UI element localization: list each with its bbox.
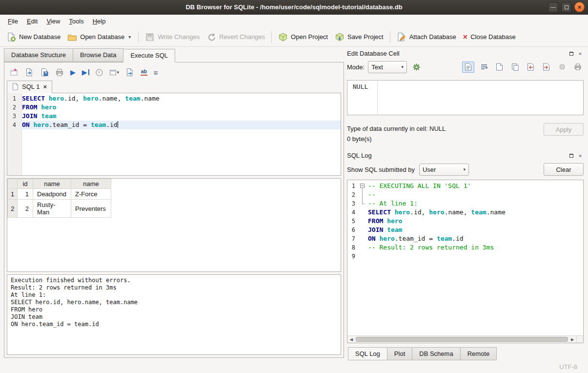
attach-database-button[interactable]: Attach Database (393, 30, 460, 44)
revert-changes-button[interactable]: Revert Changes (203, 30, 268, 44)
close-tab-icon[interactable]: × (43, 83, 47, 90)
results-grid: id name name 11DeadpondZ-Force22Rusty-Ma… (7, 178, 341, 272)
attach-database-icon (397, 32, 406, 42)
line-number: 4 (7, 121, 20, 129)
new-database-label: New Database (19, 33, 61, 41)
save-project-icon (335, 32, 345, 42)
sql-toolbar: ▶ ▶ × ▾ (7, 65, 341, 80)
sql-editor[interactable]: 1SELECT hero.id, hero.name, team.name2FR… (7, 93, 341, 176)
gear-button[interactable] (410, 62, 423, 73)
open-database-dropdown-icon[interactable]: ▾ (127, 34, 132, 40)
table-row: 22Rusty-ManPreventers (8, 200, 111, 218)
find-replace-button[interactable]: ab (141, 69, 147, 76)
column-header-id[interactable]: id (18, 179, 33, 189)
code-line: 3-- At line 1: (347, 199, 583, 208)
mode-select-value: Text (371, 63, 397, 71)
row-header[interactable]: 2 (8, 200, 18, 218)
export-cell-button[interactable] (540, 62, 552, 73)
clear-button[interactable]: Clear (544, 163, 584, 176)
fold-collapse-icon[interactable]: − (360, 184, 365, 188)
menu-file[interactable]: File (3, 16, 22, 27)
copy-cell-button[interactable] (509, 62, 521, 73)
scroll-right-icon[interactable]: ▶ (568, 336, 576, 343)
menu-edit[interactable]: Edit (22, 16, 42, 27)
code-line: 5FROM hero (347, 217, 583, 226)
sql-log-title: SQL Log (347, 152, 566, 159)
code-line: 2FROM hero (7, 103, 341, 112)
float-panel-icon[interactable] (568, 50, 575, 57)
close-panel-icon[interactable]: × (577, 152, 584, 159)
execute-line-button[interactable]: ▶ (82, 69, 89, 76)
dock-tab-remote[interactable]: Remote (460, 347, 497, 360)
cell-value-editor[interactable]: NULL (347, 80, 584, 115)
cell[interactable]: 2 (18, 200, 33, 218)
export-sql-button[interactable] (125, 68, 134, 77)
export-sql-icon (125, 68, 134, 77)
open-sql-file-button[interactable] (25, 68, 34, 77)
close-database-button[interactable]: × Close Database (460, 31, 519, 43)
revert-changes-icon (206, 32, 216, 42)
import-cell-button[interactable] (525, 62, 537, 73)
close-panel-icon[interactable]: × (577, 50, 584, 57)
float-panel-icon[interactable] (568, 152, 575, 159)
save-sql-file-icon (40, 68, 49, 77)
menu-view[interactable]: View (42, 16, 64, 27)
open-cell-file-button[interactable] (493, 62, 506, 73)
column-header-name2[interactable]: name (71, 179, 111, 189)
horizontal-scrollbar[interactable]: ◀ ▶ (347, 335, 583, 343)
text-view-icon (465, 63, 472, 71)
format-sql-button[interactable]: ≡ (154, 69, 158, 76)
fold-margin[interactable]: − (359, 182, 366, 190)
tab-execute-sql[interactable]: Execute SQL (123, 49, 175, 62)
print-icon (55, 68, 64, 77)
new-tab-button[interactable] (10, 68, 19, 77)
gear-icon (412, 63, 421, 71)
dock-tab-plot[interactable]: Plot (387, 347, 412, 360)
execute-all-button[interactable]: ▶ (70, 69, 76, 76)
tab-browse-data[interactable]: Browse Data (73, 48, 123, 62)
open-cell-file-icon (496, 63, 503, 71)
row-header[interactable]: 1 (8, 189, 18, 200)
menu-help[interactable]: Help (88, 16, 110, 27)
execution-message: Execution finished without errors. Resul… (7, 274, 341, 355)
minimize-button[interactable]: — (548, 2, 558, 12)
save-project-button[interactable]: Save Project (331, 30, 387, 44)
apply-button[interactable]: Apply (544, 123, 584, 136)
dock-tab-sql-log[interactable]: SQL Log (348, 347, 387, 360)
write-changes-button[interactable]: Write Changes (142, 30, 203, 44)
word-wrap-button[interactable] (478, 62, 490, 73)
write-changes-label: Write Changes (158, 33, 200, 41)
open-project-button[interactable]: Open Project (275, 30, 331, 44)
sql-file-tab[interactable]: SQL 1 × (7, 81, 52, 93)
set-null-button[interactable] (556, 62, 568, 73)
results-corner[interactable] (8, 179, 18, 189)
open-database-button[interactable]: Open Database ▾ (64, 30, 135, 44)
cell[interactable]: Preventers (71, 200, 111, 218)
cell[interactable]: Deadpond (33, 189, 71, 200)
close-button[interactable]: × (574, 2, 585, 12)
print-cell-button[interactable] (571, 62, 584, 73)
titlebar[interactable]: DB Browser for SQLite - /home/user/code/… (0, 0, 588, 15)
tab-database-structure[interactable]: Database Structure (4, 48, 73, 62)
save-sql-file-button[interactable] (40, 68, 49, 77)
new-database-button[interactable]: New Database (3, 30, 64, 44)
mode-select[interactable]: Text ▾ (368, 61, 407, 73)
maximize-button[interactable] (561, 2, 571, 12)
cell-type-info: Type of data currently in cell: NULL (347, 125, 446, 132)
cell[interactable]: Rusty-Man (33, 200, 71, 218)
cell-type-row: Type of data currently in cell: NULL App… (347, 123, 584, 134)
text-view-button[interactable] (462, 62, 474, 73)
sql-log-code[interactable]: 1−-- EXECUTING ALL IN 'SQL 1'2--3-- At l… (347, 180, 583, 335)
scrollbar-thumb[interactable] (356, 337, 568, 342)
scroll-left-icon[interactable]: ◀ (347, 336, 355, 343)
new-database-icon (6, 32, 16, 42)
dock-tab-db-schema[interactable]: DB Schema (412, 347, 460, 360)
column-header-name1[interactable]: name (33, 179, 71, 189)
stop-button[interactable]: × (96, 69, 103, 76)
cell[interactable]: 1 (18, 189, 33, 200)
cell[interactable]: Z-Force (71, 189, 111, 200)
menu-tools[interactable]: Tools (64, 16, 88, 27)
submitted-by-select[interactable]: User ▾ (419, 164, 469, 176)
print-button[interactable] (55, 68, 64, 77)
tab-list-button[interactable]: ▾ (109, 69, 120, 76)
